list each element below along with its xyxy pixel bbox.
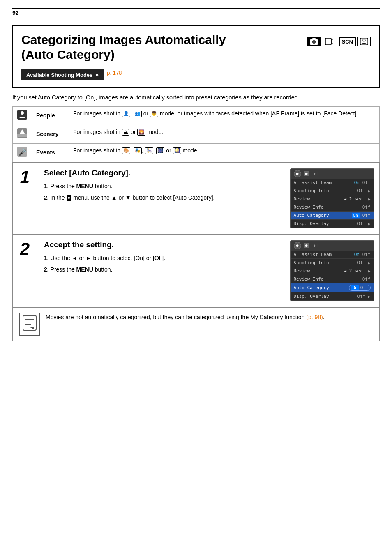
cam-row-review-1: Review ◄ 2 sec. ▶ [291, 195, 374, 203]
camera-mode-icon [307, 37, 321, 46]
mode-icon-portrait3: 👦 [150, 111, 158, 117]
people-description: For images shot in 👤, 👥 or 👦 mode, or im… [69, 106, 380, 125]
note-box: Movies are not automatically categorized… [12, 307, 380, 341]
events-icon-cell: 🎤 [13, 143, 32, 162]
cam-header-icon-2: ● [294, 242, 301, 249]
svg-marker-5 [331, 39, 334, 44]
cam-row-review-2: Review ◄ 2 sec. ▶ [291, 267, 374, 275]
step2-instruction-1: 1. Use the ◄ or ► button to select [On] … [44, 253, 278, 263]
step2-title: Accept the setting. [44, 240, 278, 249]
cam-row-af-beam-2: AF-assist Beam On Off [291, 251, 374, 259]
note-icon [19, 313, 40, 336]
mode-icon-event1: 🎨 [122, 147, 130, 154]
mode-icon-scenery2: 🌄 [137, 129, 145, 135]
cam-row-auto-cat-1: Auto Category On Off [291, 212, 374, 220]
cam-row-shooting-info-2: Shooting Info Off ▶ [291, 259, 374, 267]
cam-header-icon-1: ● [294, 170, 301, 177]
cam-row-disp-overlay-2: Disp. Overlay Off ▶ [291, 292, 374, 301]
scenery-icon-cell [13, 125, 32, 143]
cam-tab-inactive-1: ↑T [312, 171, 320, 176]
page-number: 92 [12, 9, 22, 18]
shooting-modes-bar: Available Shooting Modes » [21, 69, 104, 80]
mode-icon-event5: 🎑 [173, 147, 181, 154]
step2-content: Accept the setting. 1. Use the ◄ or ► bu… [37, 235, 285, 307]
svg-rect-12 [17, 134, 27, 137]
svg-rect-1 [312, 38, 316, 40]
step1-number-col: 1 [13, 163, 37, 234]
mode-icon-portrait2: 👥 [134, 111, 142, 117]
cam-row-disp-overlay-1: Disp. Overlay Off ▶ [291, 220, 374, 228]
step2-number-col: 2 [13, 235, 37, 307]
camera-ui-1: ● ● ↑T AF-assist Beam On Off Shooting In… [290, 168, 374, 228]
category-table: People For images shot in 👤, 👥 or 👦 mode… [12, 106, 380, 162]
main-title: Categorizing Images Automatically (Auto … [21, 32, 226, 62]
mode-icon-event3: 🎠 [145, 147, 153, 154]
svg-text:🎤: 🎤 [18, 148, 27, 156]
steps-container: 1 Select [Auto Category]. 1. Press the M… [12, 162, 380, 307]
note-link[interactable]: (p. 98) [306, 314, 323, 320]
step1-row: 1 Select [Auto Category]. 1. Press the M… [12, 162, 380, 235]
events-label: Events [32, 143, 69, 162]
camera-ui-2: ● ● ↑T AF-assist Beam On Off Shooting In… [290, 240, 374, 301]
svg-marker-19 [30, 327, 34, 329]
mode-icon-portrait1: 👤 [122, 111, 130, 117]
step1-number: 1 [20, 168, 30, 186]
scn-mode-icon: SCN [339, 37, 356, 46]
people-icon-cell [13, 106, 32, 125]
svg-rect-15 [23, 315, 36, 330]
title-row: Categorizing Images Automatically (Auto … [21, 32, 371, 62]
step2-instructions: 1. Use the ◄ or ► button to select [On] … [44, 253, 278, 275]
note-text: Movies are not automatically categorized… [46, 313, 325, 322]
events-description: For images shot in 🎨, 🎭, 🎠, 🎆 or 🎑 mode. [69, 143, 380, 162]
mode-icon-event4: 🎆 [156, 147, 164, 154]
svg-point-6 [363, 39, 365, 41]
scenery-label: Scenery [32, 125, 69, 143]
people-label: People [32, 106, 69, 125]
step2-camera-ui: ● ● ↑T AF-assist Beam On Off Shooting In… [285, 235, 379, 307]
table-row: 🎤 Events For images shot in 🎨, 🎭, 🎠, 🎆 o… [13, 143, 380, 162]
scenery-description: For images shot in ⛰ or 🌄 mode. [69, 125, 380, 143]
mode-icons: SCN [307, 37, 371, 46]
step2-row: 2 Accept the setting. 1. Use the ◄ or ► … [12, 235, 380, 307]
shooting-modes-link[interactable]: p. 178 [107, 70, 122, 76]
mode-icon-event2: 🎭 [134, 147, 142, 154]
shooting-modes-arrow: » [95, 71, 99, 78]
mode-icon-scenery1: ⛰ [122, 129, 129, 135]
step2-instruction-2: 2. Press the MENU button. [44, 265, 278, 275]
cam-row-auto-cat-2: Auto Category On Off [291, 283, 374, 292]
portrait-mode-icon [357, 37, 371, 46]
movie-mode-icon [323, 37, 337, 46]
camera-ui-1-header: ● ● ↑T [291, 169, 374, 179]
step2-number: 2 [20, 240, 30, 258]
shooting-modes-bar-row: Available Shooting Modes » p. 178 [21, 65, 371, 80]
page: 92 Categorizing Images Automatically (Au… [0, 0, 392, 555]
step1-instruction-2: 2. In the ● menu, use the ▲ or ▼ button … [44, 193, 278, 203]
header-box: Categorizing Images Automatically (Auto … [12, 25, 380, 88]
svg-rect-4 [325, 38, 331, 45]
step1-instruction-1: 1. Press the MENU button. [44, 182, 278, 191]
svg-point-9 [21, 111, 24, 115]
step1-content: Select [Auto Category]. 1. Press the MEN… [37, 163, 285, 234]
cam-tab-active-2: ● [304, 243, 309, 248]
table-row: People For images shot in 👤, 👥 or 👦 mode… [13, 106, 380, 125]
cam-row-af-beam-1: AF-assist Beam On Off [291, 179, 374, 187]
cam-row-review-info-1: Review Info Off [291, 203, 374, 212]
cam-row-review-info-2: Review Info Off [291, 275, 374, 283]
intro-text: If you set Auto Category to [On], images… [12, 93, 380, 102]
camera-ui-2-header: ● ● ↑T [291, 241, 374, 251]
step1-camera-ui: ● ● ↑T AF-assist Beam On Off Shooting In… [285, 163, 379, 234]
table-row: Scenery For images shot in ⛰ or 🌄 mode. [13, 125, 380, 143]
step1-title: Select [Auto Category]. [44, 168, 278, 177]
cam-tab-active-1: ● [304, 171, 309, 176]
camera-menu-icon: ● [67, 195, 72, 201]
cam-tab-inactive-2: ↑T [312, 243, 320, 248]
svg-point-3 [313, 41, 315, 43]
cam-row-shooting-info-1: Shooting Info Off ▶ [291, 187, 374, 195]
step1-instructions: 1. Press the MENU button. 2. In the ● me… [44, 182, 278, 203]
